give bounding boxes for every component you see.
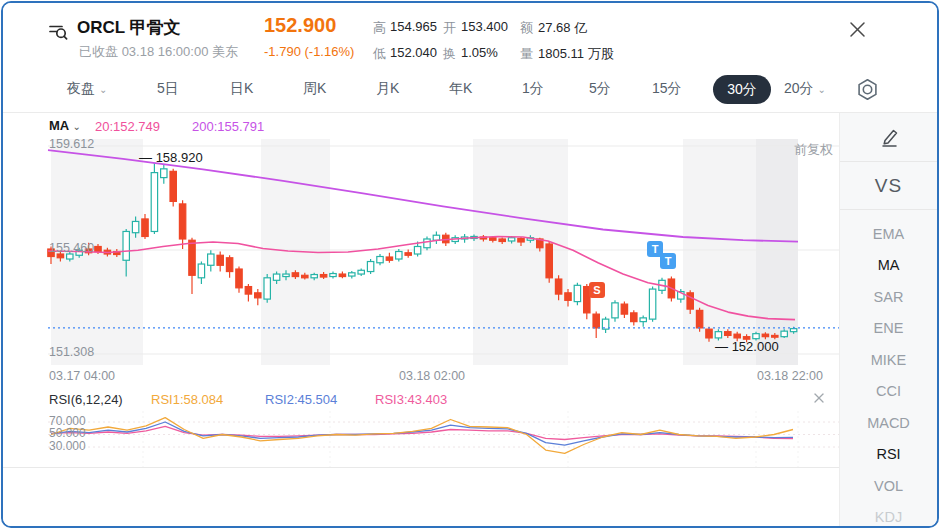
stat-label-open: 开 (443, 19, 456, 37)
sidebar-item-cci[interactable]: CCI (840, 376, 937, 408)
ma-dropdown[interactable]: MA ⌄ (49, 118, 81, 133)
candlestick-svg (3, 139, 839, 365)
tab-1min[interactable]: 1分 (522, 80, 544, 98)
tab-night-session[interactable]: 夜盘 ⌄ (67, 80, 107, 98)
stat-value-volume: 1805.11 万股 (538, 45, 614, 63)
sidebar-item-sar[interactable]: SAR (840, 281, 937, 313)
ma20-value: 20:152.749 (95, 119, 160, 134)
stat-label-volume: 量 (520, 45, 533, 63)
tab-5min[interactable]: 5分 (589, 80, 611, 98)
low-price-annotation: — 152.000 (715, 339, 779, 354)
status-timezone: 美东 (212, 44, 238, 59)
timeframe-tabbar: 夜盘 ⌄ 5日 日K 周K 月K 年K 1分 5分 15分 30分 20分 ⌄ (3, 67, 937, 113)
sidebar-item-kdj[interactable]: KDJ (840, 502, 937, 529)
stat-label-turnover: 换 (443, 45, 456, 63)
tab-5d[interactable]: 5日 (157, 80, 179, 98)
sell-marker-badge[interactable]: S (589, 282, 605, 298)
ma200-value: 200:155.791 (192, 119, 264, 134)
trade-marker-badge[interactable]: T (660, 253, 676, 269)
indicator-list: EMAMASARENEMIKECCIMACDRSIVOLKDJ (840, 210, 937, 528)
candlestick-chart[interactable]: 159.612 155.460 151.308 前复权 — 158.920 — … (3, 139, 839, 365)
y-axis-label-bottom: 151.308 (49, 345, 94, 359)
last-price: 152.900 (264, 14, 336, 37)
rsi-level-30: 30.000 (49, 439, 86, 453)
stat-value-high: 154.965 (390, 19, 437, 34)
rsi-title[interactable]: RSI(6,12,24) (49, 392, 123, 407)
watchlist-search-icon[interactable] (47, 20, 69, 42)
stat-label-low: 低 (373, 45, 386, 63)
x-label-mid: 03.18 02:00 (399, 369, 465, 383)
compare-vs-button[interactable]: VS (840, 162, 937, 210)
rsi2-value: RSI2:45.504 (265, 392, 337, 407)
x-label-start: 03.17 04:00 (49, 369, 115, 383)
sidebar-item-vol[interactable]: VOL (840, 470, 937, 502)
close-icon[interactable] (848, 20, 867, 39)
rsi-chart[interactable]: 70.000 50.000 30.000 (3, 411, 839, 468)
sidebar-item-ene[interactable]: ENE (840, 313, 937, 345)
indicator-sidebar: VS EMAMASARENEMIKECCIMACDRSIVOLKDJ (839, 113, 937, 526)
rsi-level-50: 50.000 (49, 426, 86, 440)
draw-tool-button[interactable] (840, 113, 937, 162)
chevron-down-icon: ⌄ (817, 84, 825, 95)
tab-yearly[interactable]: 年K (449, 80, 472, 98)
high-price-annotation: — 158.920 (139, 150, 203, 165)
x-axis: 03.17 04:00 03.18 02:00 03.18 22:00 (3, 365, 839, 389)
sidebar-item-ma[interactable]: MA (840, 250, 937, 282)
chevron-down-icon: ⌄ (72, 121, 80, 132)
chart-area: MA ⌄ 20:152.749 200:155.791 159.612 155.… (3, 113, 839, 526)
chevron-down-icon: ⌄ (99, 84, 107, 95)
rsi1-value: RSI1:58.084 (151, 392, 223, 407)
tab-weekly[interactable]: 周K (303, 80, 326, 98)
tab-20min-dropdown[interactable]: 20分 ⌄ (784, 80, 826, 98)
sidebar-item-mike[interactable]: MIKE (840, 344, 937, 376)
sidebar-item-macd[interactable]: MACD (840, 407, 937, 439)
rsi3-value: RSI3:43.403 (375, 392, 447, 407)
y-axis-label-mid: 155.460 (49, 241, 94, 255)
adjust-mode-label[interactable]: 前复权 (794, 141, 833, 159)
rsi-close-icon[interactable] (813, 392, 825, 404)
status-text: 已收盘 (79, 44, 118, 59)
market-status: 已收盘 03.18 16:00:00 美东 (79, 43, 238, 61)
tab-monthly[interactable]: 月K (376, 80, 399, 98)
chart-settings-gear-icon[interactable] (855, 77, 880, 102)
x-label-end: 03.18 22:00 (757, 369, 823, 383)
tab-daily[interactable]: 日K (230, 80, 253, 98)
rsi-indicator-row: RSI(6,12,24) RSI1:58.084 RSI2:45.504 RSI… (3, 389, 839, 411)
stat-value-open: 153.400 (461, 19, 508, 34)
ma-indicator-row: MA ⌄ 20:152.749 200:155.791 (3, 113, 839, 139)
status-datetime: 03.18 16:00:00 (122, 44, 209, 59)
sidebar-item-rsi[interactable]: RSI (840, 439, 937, 471)
stat-value-amount: 27.68 亿 (538, 19, 587, 37)
price-change: -1.790 (-1.16%) (264, 44, 354, 59)
sidebar-item-ema[interactable]: EMA (840, 218, 937, 250)
stat-label-high: 高 (373, 19, 386, 37)
tab-15min[interactable]: 15分 (652, 80, 682, 98)
y-axis-label-top: 159.612 (49, 137, 94, 151)
stat-value-low: 152.040 (390, 45, 437, 60)
header: ORCL 甲骨文 已收盘 03.18 16:00:00 美东 152.900 -… (3, 3, 937, 67)
pencil-icon (878, 126, 900, 148)
rsi-svg (3, 411, 839, 467)
stat-label-amount: 额 (520, 19, 533, 37)
stat-value-turnover: 1.05% (461, 45, 498, 60)
stock-chart-window: ORCL 甲骨文 已收盘 03.18 16:00:00 美东 152.900 -… (1, 1, 939, 528)
tab-30min-selected[interactable]: 30分 (713, 75, 771, 104)
symbol-title: ORCL 甲骨文 (77, 16, 181, 39)
